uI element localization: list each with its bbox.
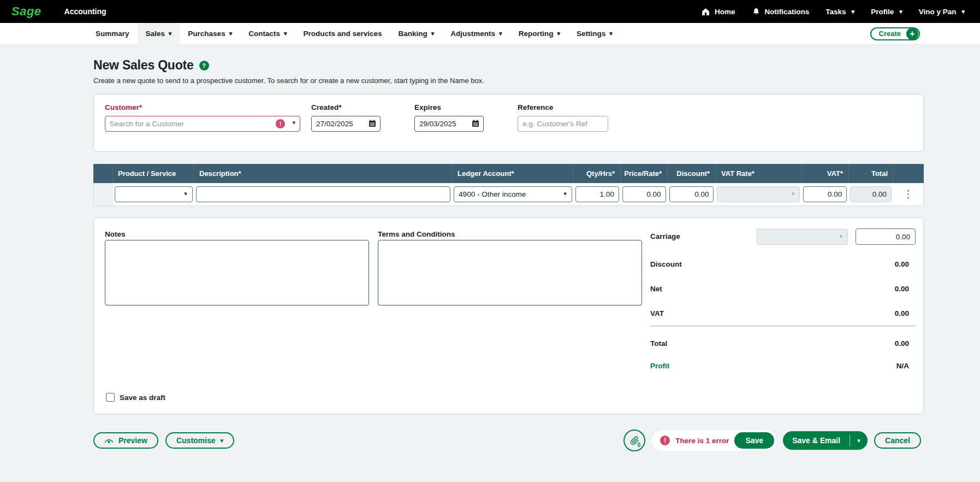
cancel-label: Cancel: [885, 436, 910, 445]
error-message: There is 1 error: [675, 437, 729, 445]
chevron-down-icon: [839, 233, 842, 240]
save-as-draft-checkbox[interactable]: [106, 393, 115, 402]
header-empty-cell: [93, 164, 112, 183]
row-handle-cell: [94, 183, 113, 205]
save-and-email-label: Save & Email: [783, 436, 850, 445]
ledger-account-value: 4900 - Other income: [459, 190, 526, 198]
reference-input[interactable]: [518, 116, 608, 132]
nav-item-summary[interactable]: Summary: [87, 23, 138, 45]
customer-search-input[interactable]: [105, 116, 300, 132]
chevron-down-icon: [169, 30, 172, 38]
save-and-email-button[interactable]: Save & Email: [783, 431, 868, 450]
notifications-menu-item[interactable]: Notifications: [752, 7, 810, 16]
chevron-down-icon: [229, 30, 233, 38]
nav-label: Purchases: [188, 30, 225, 38]
vat-input[interactable]: [803, 186, 847, 202]
qty-input[interactable]: [575, 186, 619, 202]
eye-icon: [104, 437, 114, 444]
attachment-count-badge: 0: [638, 442, 641, 448]
notifications-label: Notifications: [765, 8, 810, 16]
nav-item-products-services[interactable]: Products and services: [295, 23, 390, 45]
price-rate-input[interactable]: [622, 186, 666, 202]
save-as-draft-label: Save as draft: [120, 393, 165, 402]
table-header: Product / Service Description* Ledger Ac…: [93, 164, 924, 183]
nav-item-banking[interactable]: Banking: [390, 23, 443, 45]
quote-details-card: Notes Terms and Conditions Carriage Disc…: [93, 218, 924, 414]
nav-item-adjustments[interactable]: Adjustments: [442, 23, 510, 45]
row-total-input: [850, 186, 892, 202]
chevron-down-icon[interactable]: [857, 436, 860, 445]
profit-label: Profit: [650, 362, 669, 370]
terms-textarea[interactable]: [378, 240, 642, 305]
table-row: 4900 - Other income: [93, 183, 924, 206]
header-qty-hrs: Qty/Hrs*: [574, 164, 621, 183]
calendar-icon[interactable]: [368, 119, 377, 128]
tasks-menu-item[interactable]: Tasks: [825, 8, 854, 16]
vat-rate-select: [717, 186, 800, 202]
customise-button[interactable]: Customise: [165, 432, 234, 449]
nav-label: Reporting: [519, 30, 554, 38]
nav-item-sales[interactable]: Sales: [138, 23, 180, 45]
profile-menu-item[interactable]: Profile: [871, 8, 902, 16]
preview-button[interactable]: Preview: [93, 432, 158, 449]
chevron-down-icon[interactable]: [292, 120, 295, 127]
nav-label: Contacts: [248, 30, 280, 38]
row-menu-icon[interactable]: [907, 190, 910, 199]
sage-logo[interactable]: Sage: [11, 4, 41, 19]
nav-item-contacts[interactable]: Contacts: [240, 23, 295, 45]
chevron-down-icon: [899, 8, 902, 16]
chevron-down-icon: [852, 8, 855, 16]
tasks-label: Tasks: [825, 8, 846, 16]
total-label: Total: [650, 339, 667, 348]
customise-label: Customise: [176, 436, 216, 445]
profile-label: Profile: [871, 8, 894, 16]
nav-item-settings[interactable]: Settings: [568, 23, 621, 45]
topbar: Sage Accounting Home Notifications Tasks…: [0, 0, 980, 23]
topbar-menu: Home Notifications Tasks Profile Vino y …: [701, 7, 965, 16]
carriage-amount-input[interactable]: [856, 228, 916, 245]
footer-actions: Preview Customise 0 ! There is 1 error S…: [93, 430, 921, 451]
home-menu-item[interactable]: Home: [701, 7, 735, 16]
attachments-button[interactable]: 0: [623, 430, 645, 451]
discount-summary-label: Discount: [650, 260, 682, 268]
chevron-down-icon: [792, 191, 795, 198]
carriage-type-select: [757, 229, 848, 245]
preview-label: Preview: [118, 436, 147, 445]
create-button[interactable]: Create +: [870, 27, 920, 40]
page-head: New Sales Quote ? Create a new quote to …: [0, 45, 980, 85]
carriage-label: Carriage: [650, 232, 680, 240]
header-ledger-account: Ledger Account*: [452, 164, 574, 183]
create-label: Create: [879, 30, 901, 38]
error-icon: !: [660, 436, 670, 445]
error-banner: ! There is 1 error Save: [652, 430, 776, 451]
product-service-select[interactable]: [115, 186, 193, 202]
reference-label: Reference: [518, 103, 608, 111]
main-nav: Summary Sales Purchases Contacts Product…: [0, 23, 980, 45]
bell-icon: [752, 7, 761, 16]
header-actions-cell: [894, 164, 924, 183]
chevron-down-icon: [557, 30, 560, 38]
quote-header-card: Customer* ! Created* Expires: [93, 94, 924, 152]
home-icon: [701, 7, 710, 16]
nav-label: Products and services: [303, 30, 382, 38]
total-value: 0.00: [895, 339, 909, 348]
save-button[interactable]: Save: [734, 432, 774, 449]
chevron-down-icon: [284, 30, 287, 38]
calendar-icon[interactable]: [471, 119, 480, 128]
nav-label: Adjustments: [450, 30, 495, 38]
ledger-account-select[interactable]: 4900 - Other income: [454, 186, 572, 202]
notes-textarea[interactable]: [105, 240, 369, 305]
company-menu-item[interactable]: Vino y Pan: [919, 8, 965, 16]
nav-label: Banking: [399, 30, 427, 38]
nav-item-reporting[interactable]: Reporting: [510, 23, 568, 45]
net-value: 0.00: [895, 285, 909, 293]
description-input[interactable]: [196, 186, 450, 202]
discount-input[interactable]: [669, 186, 714, 202]
nav-item-purchases[interactable]: Purchases: [180, 23, 240, 45]
error-icon: !: [276, 119, 285, 128]
cancel-button[interactable]: Cancel: [874, 432, 921, 449]
header-product-service: Product / Service: [112, 164, 194, 183]
header-price-rate: Price/Rate*: [621, 164, 668, 183]
help-icon[interactable]: ?: [199, 61, 209, 70]
vat-summary-label: VAT: [650, 309, 664, 318]
